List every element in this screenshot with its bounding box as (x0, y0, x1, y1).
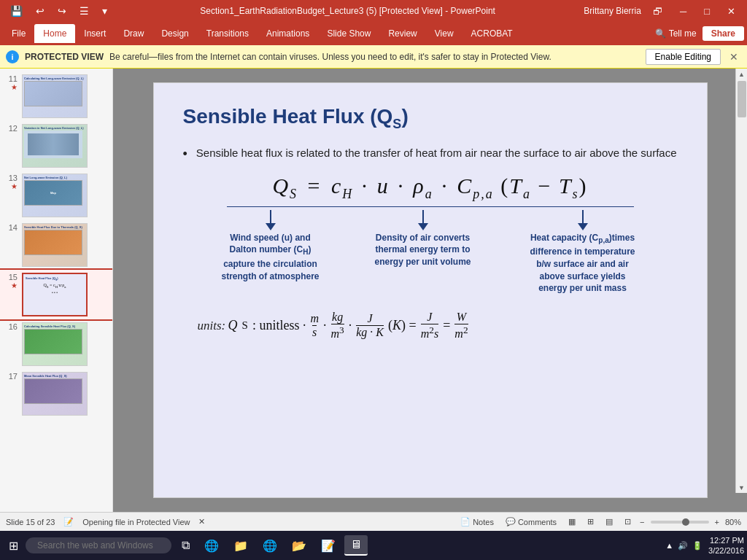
units-label: units: (198, 319, 226, 332)
more-button[interactable]: ▾ (98, 4, 112, 18)
taskbar-date-display: 3/22/2016 (708, 545, 744, 556)
slide-item-14[interactable]: 14 Sensible Heat Flux Due to Thermals (Q… (0, 220, 112, 270)
active-slide: Sensible Heat Flux (QS) • Sensible heat … (153, 82, 708, 498)
zoom-minus[interactable]: − (640, 518, 644, 526)
notes-button[interactable]: 📄 Notes (457, 517, 497, 526)
title-bar-right: Brittany Bierria 🗗 ─ □ ✕ (584, 0, 741, 22)
notes-label: Notes (473, 518, 494, 526)
slide-item-13[interactable]: 13 ★ Net Long-wave Emission (Q_L) Map (0, 171, 112, 220)
taskbar-chrome[interactable]: 🌐 (257, 536, 283, 556)
protected-view-icon: i (6, 50, 19, 63)
comments-button[interactable]: 💬 Comments (503, 517, 560, 526)
tab-home[interactable]: Home (34, 24, 75, 43)
minimize-button[interactable]: ─ (674, 0, 692, 22)
title-bar: 💾 ↩ ↪ ☰ ▾ Section1_EarthRadiationBudget_… (0, 0, 747, 22)
ribbon-tab-bar: File Home Insert Draw Design Transitions… (0, 22, 747, 45)
maximize-button[interactable]: □ (698, 0, 716, 22)
annotation-arrow-middle: Density of air convertsthermal energy te… (350, 210, 496, 295)
tell-me[interactable]: 🔍 Tell me (655, 28, 697, 39)
start-button[interactable]: ⊞ (3, 536, 24, 556)
view-normal-button[interactable]: ▦ (565, 517, 578, 526)
scroll-up-arrow[interactable]: ▲ (738, 69, 745, 79)
tab-review[interactable]: Review (379, 24, 425, 43)
enable-editing-button[interactable]: Enable Editing (646, 49, 721, 65)
slide-thumb-16: Calculating Sensible Heat Flux (Q_S) (22, 322, 88, 366)
customize-button[interactable]: ☰ (75, 4, 93, 18)
zoom-plus[interactable]: + (715, 518, 719, 526)
taskbar-search[interactable] (26, 537, 171, 553)
taskbar-edge[interactable]: 🌐 (198, 536, 225, 556)
slide-number-11: 11 ★ (6, 74, 18, 91)
taskbar-battery-icon: 🔋 (692, 541, 703, 551)
comments-label: Comments (518, 518, 557, 526)
tab-acrobat[interactable]: ACROBAT (462, 24, 522, 43)
arrow-right-svg (554, 210, 612, 232)
units-formula-display: QS : unitless · m s · kg m3 · (228, 311, 468, 341)
tab-insert[interactable]: Insert (75, 24, 115, 43)
scroll-down-arrow[interactable]: ▼ (738, 482, 745, 493)
tab-slideshow[interactable]: Slide Show (318, 24, 379, 43)
status-left: Slide 15 of 23 📝 Opening file in Protect… (6, 517, 446, 526)
slide-number-16: 16 (6, 322, 18, 331)
taskbar-word[interactable]: 📝 (315, 536, 341, 556)
redo-button[interactable]: ↪ (53, 4, 71, 18)
cancel-protected-button[interactable]: ✕ (196, 517, 208, 526)
comments-icon: 💬 (506, 517, 516, 526)
annotation-text-1: Wind speed (u) andDalton number (CH)capt… (221, 232, 319, 283)
save-button[interactable]: 💾 (6, 4, 27, 18)
status-bar: Slide 15 of 23 📝 Opening file in Protect… (0, 512, 747, 531)
slide-count: Slide 15 of 23 (6, 518, 55, 526)
tab-view[interactable]: View (426, 24, 462, 43)
tab-file[interactable]: File (3, 24, 34, 43)
units-section: units: QS : unitless · m s · kg m3 (183, 306, 678, 341)
window-title: Section1_EarthRadiationBudget_Lecture3 (… (112, 6, 584, 16)
slide-thumb-15: Sensible Heat Flux (QS) QS = cH·u·ρa • •… (22, 273, 88, 316)
taskbar-right: ▲ 🔊 🔋 12:27 PM 3/22/2016 (665, 535, 744, 556)
undo-button[interactable]: ↩ (31, 4, 49, 18)
taskbar-system-icons: ▲ 🔊 🔋 (665, 541, 703, 551)
bullet-point: • Sensible heat flux is related to the t… (183, 147, 678, 162)
slide-item-15[interactable]: 15 ★ Sensible Heat Flux (QS) QS = cH·u·ρ… (0, 270, 112, 319)
taskbar-time-display: 12:27 PM (708, 535, 744, 545)
taskbar-task-view[interactable]: ⧉ (176, 536, 196, 555)
taskbar-file-explorer[interactable]: 📁 (228, 536, 254, 556)
restore-down-button[interactable]: 🗗 (647, 0, 668, 22)
slide-thumb-13: Net Long-wave Emission (Q_L) Map (22, 174, 88, 217)
slide-number-14: 14 (6, 223, 18, 232)
formula-display: QS = cH · u · ρa · Cp,a (Ta − Ts) (183, 174, 678, 202)
slide-thumb-14: Sensible Heat Flux Due to Thermals (Q_S) (22, 223, 88, 267)
bullet-text: Sensible heat flux is related to the tra… (196, 147, 677, 162)
annotation-text-2: Density of air convertsthermal energy te… (374, 232, 471, 268)
ribbon: File Home Insert Draw Design Transitions… (0, 22, 747, 45)
main-area: 11 ★ Calculating Net Long-wave Emission … (0, 69, 747, 512)
slide-scrollbar[interactable]: ▲ ▼ (735, 69, 747, 493)
close-button[interactable]: ✕ (721, 0, 741, 22)
slide-item-11[interactable]: 11 ★ Calculating Net Long-wave Emission … (0, 71, 112, 121)
view-presenter-button[interactable]: ⊡ (622, 517, 634, 526)
protected-view-label: PROTECTED VIEW (25, 52, 104, 62)
protected-view-message: Be careful—files from the Internet can c… (109, 52, 640, 62)
taskbar-file-manager[interactable]: 📂 (286, 536, 312, 556)
tab-draw[interactable]: Draw (115, 24, 152, 43)
view-slide-sorter-button[interactable]: ⊞ (584, 517, 597, 526)
tab-animations[interactable]: Animations (258, 24, 318, 43)
tab-design[interactable]: Design (152, 24, 197, 43)
close-bar-button[interactable]: ✕ (727, 51, 741, 63)
tab-transitions[interactable]: Transitions (198, 24, 258, 43)
arrow-mid-svg (394, 210, 452, 232)
taskbar-powerpoint[interactable]: 🖥 (344, 535, 368, 556)
slide-note-button[interactable]: 📝 (61, 517, 77, 526)
scroll-thumb[interactable] (738, 81, 746, 117)
annotation-arrow-right: Heat capacity (Cp,a)timesdifference in t… (503, 210, 663, 295)
slide-item-17[interactable]: 17 Mean Sensible Heat Flux (Q_S) (0, 369, 112, 419)
zoom-slider[interactable] (651, 521, 709, 524)
slide-number-15: 15 ★ (6, 273, 18, 289)
share-button[interactable]: Share (703, 26, 744, 41)
slide-panel: 11 ★ Calculating Net Long-wave Emission … (0, 69, 113, 512)
slide-item-12[interactable]: 12 Variation in Net Long-wave Emission (… (0, 121, 112, 171)
title-bar-left: 💾 ↩ ↪ ☰ ▾ (6, 4, 112, 18)
slide-thumb-17: Mean Sensible Heat Flux (Q_S) (22, 372, 88, 416)
view-reading-button[interactable]: ▤ (603, 517, 616, 526)
slide-number-12: 12 (6, 124, 18, 133)
slide-item-16[interactable]: 16 Calculating Sensible Heat Flux (Q_S) (0, 319, 112, 369)
